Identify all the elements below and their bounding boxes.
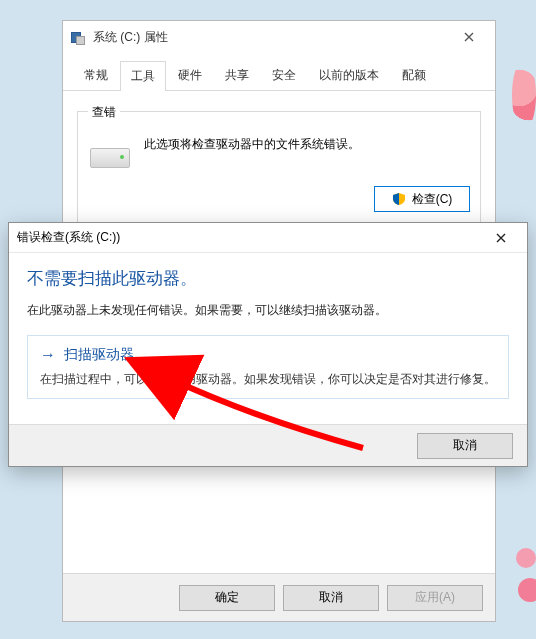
check-button-label: 检查(C) <box>412 191 453 208</box>
propswin-title: 系统 (C:) 属性 <box>93 29 449 46</box>
modal-cancel-button[interactable]: 取消 <box>417 433 513 459</box>
hard-drive-icon <box>88 138 130 174</box>
modal-body: 不需要扫描此驱动器。 在此驱动器上未发现任何错误。如果需要，可以继续扫描该驱动器… <box>9 253 527 405</box>
close-icon <box>464 32 474 42</box>
propswin-footer: 确定 取消 应用(A) <box>63 573 495 621</box>
modal-description: 在此驱动器上未发现任何错误。如果需要，可以继续扫描该驱动器。 <box>27 302 509 319</box>
modal-heading: 不需要扫描此驱动器。 <box>27 267 509 290</box>
modal-title: 错误检查(系统 (C:)) <box>17 229 483 246</box>
propswin-close-button[interactable] <box>449 23 489 51</box>
error-checking-groupbox: 查错 此选项将检查驱动器中的文件系统错误。 检查(C) <box>77 111 481 227</box>
scan-option[interactable]: → 扫描驱动器 在扫描过程中，可以继续使用驱动器。如果发现错误，你可以决定是否对… <box>27 335 509 399</box>
uac-shield-icon <box>392 192 406 206</box>
ok-button-label: 确定 <box>215 589 239 606</box>
tab-previous-versions[interactable]: 以前的版本 <box>308 60 390 90</box>
apply-button[interactable]: 应用(A) <box>387 585 483 611</box>
check-button[interactable]: 检查(C) <box>374 186 470 212</box>
error-checking-group-title: 查错 <box>88 104 120 121</box>
modal-footer: 取消 <box>9 424 527 466</box>
tabstrip: 常规 工具 硬件 共享 安全 以前的版本 配额 <box>63 53 495 91</box>
tab-security[interactable]: 安全 <box>261 60 307 90</box>
error-check-modal: 错误检查(系统 (C:)) 不需要扫描此驱动器。 在此驱动器上未发现任何错误。如… <box>8 222 528 467</box>
ok-button[interactable]: 确定 <box>179 585 275 611</box>
cancel-button-label: 取消 <box>319 589 343 606</box>
scan-option-title: 扫描驱动器 <box>64 346 134 364</box>
close-icon <box>496 233 506 243</box>
modal-cancel-label: 取消 <box>453 437 477 454</box>
propswin-titlebar: 系统 (C:) 属性 <box>63 21 495 53</box>
modal-close-button[interactable] <box>483 225 519 251</box>
tab-quota[interactable]: 配额 <box>391 60 437 90</box>
arrow-right-icon: → <box>40 347 56 363</box>
cancel-button[interactable]: 取消 <box>283 585 379 611</box>
scan-option-description: 在扫描过程中，可以继续使用驱动器。如果发现错误，你可以决定是否对其进行修复。 <box>40 370 496 388</box>
decor-flower-2 <box>510 540 536 620</box>
error-checking-description: 此选项将检查驱动器中的文件系统错误。 <box>144 134 470 154</box>
tab-sharing[interactable]: 共享 <box>214 60 260 90</box>
svg-point-1 <box>518 578 536 602</box>
modal-titlebar: 错误检查(系统 (C:)) <box>9 223 527 253</box>
tab-hardware[interactable]: 硬件 <box>167 60 213 90</box>
tab-general[interactable]: 常规 <box>73 60 119 90</box>
apply-button-label: 应用(A) <box>415 589 455 606</box>
decor-flower-1 <box>512 60 536 130</box>
tab-tools[interactable]: 工具 <box>120 61 166 91</box>
svg-point-0 <box>516 548 536 568</box>
tools-tabpanel: 查错 此选项将检查驱动器中的文件系统错误。 检查(C) <box>63 91 495 241</box>
drive-properties-icon <box>69 29 85 45</box>
